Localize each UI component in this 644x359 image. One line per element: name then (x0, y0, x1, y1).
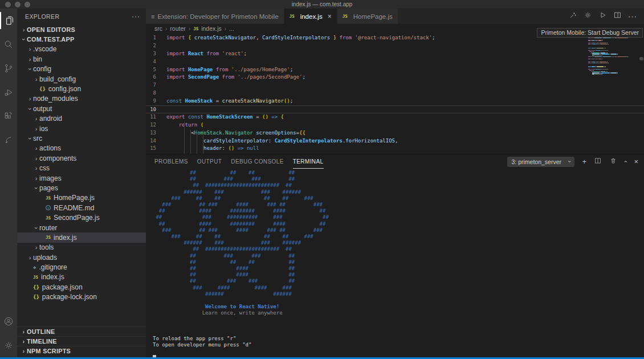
breadcrumb-item[interactable]: router (170, 25, 185, 32)
code-line[interactable]: 2 (146, 42, 644, 50)
tree-item-label: uploads (33, 254, 57, 262)
tree-item-node-modules[interactable]: ›node_modules (17, 94, 146, 104)
code-line[interactable]: 12 return ( (146, 121, 644, 129)
run-icon[interactable] (598, 11, 607, 22)
code-line[interactable]: 3import React from 'react'; (146, 50, 644, 58)
minimap-line (588, 39, 637, 39)
code-line[interactable]: 5import HomePage from '../pages/HomePage… (146, 66, 644, 74)
run-debug-icon[interactable] (0, 80, 17, 104)
line-content: return ( (162, 121, 203, 129)
close-tab-icon[interactable]: × (328, 13, 332, 21)
tree-item-src[interactable]: ›src (17, 133, 146, 143)
tree-item-bin[interactable]: ›bin (17, 54, 146, 64)
line-number: 5 (146, 66, 162, 74)
tree-item-images[interactable]: ›images (17, 173, 146, 183)
breadcrumb-item[interactable]: ... (229, 25, 234, 32)
close-panel-icon[interactable]: × (634, 157, 638, 166)
gear-icon[interactable] (584, 11, 592, 22)
tree-item-config-json[interactable]: {}config.json (17, 84, 146, 93)
tab-extension-developer-for-primeton-mobile[interactable]: ≡Extension: Developer for Primeton Mobil… (146, 9, 284, 24)
tree-item-package-lock-json[interactable]: {}package-lock.json (17, 292, 146, 302)
tree-item-ios[interactable]: ›ios (17, 124, 146, 133)
tree-item-android[interactable]: ›android (17, 114, 146, 124)
tree-item-index-js[interactable]: JSindex.js (17, 232, 146, 242)
line-number: 9 (146, 97, 162, 105)
tree-item-open-editors[interactable]: ›OPEN EDITORS (17, 25, 146, 34)
indent-guide (184, 122, 185, 154)
tree-item-secondpage-js[interactable]: JSSecondPage.js (17, 213, 146, 222)
breadcrumb-item[interactable]: index.js (201, 25, 222, 32)
panel-tab-output[interactable]: OUTPUT (197, 154, 222, 169)
section-outline[interactable]: ›OUTLINE (17, 327, 146, 336)
accounts-icon[interactable] (0, 309, 17, 333)
tree-item-components[interactable]: ›components (17, 153, 146, 163)
scrollbar-thumb[interactable] (639, 57, 643, 60)
tree-item-label: index.js (54, 234, 77, 242)
primeton-extension-icon[interactable] (0, 128, 17, 152)
minimap-line (588, 74, 637, 74)
code-line[interactable]: 6import SecondPage from '../pages/Second… (146, 74, 644, 81)
code-line[interactable]: 11export const HomeStackScreen = () => { (146, 113, 644, 121)
tree-item-output[interactable]: ›output (17, 104, 146, 113)
split-editor-icon[interactable] (613, 11, 622, 22)
code-line[interactable]: 9const HomeStack = createStackNavigator(… (146, 97, 644, 105)
js-file-icon: JS (33, 275, 38, 280)
chevron-right-icon: › (21, 328, 27, 335)
terminal-content[interactable]: ## ## ## ## ## ### ### ## ## ###########… (146, 169, 644, 357)
chevron-right-icon: › (33, 165, 39, 172)
code-line[interactable]: 8 (146, 89, 644, 97)
maximize-panel-icon[interactable]: › (622, 161, 629, 162)
tree-item-com-test-app[interactable]: ›COM.TEST.APP (17, 34, 146, 44)
tree-item-actions[interactable]: ›actions (17, 144, 146, 153)
panel-tab-debug-console[interactable]: DEBUG CONSOLE (231, 154, 283, 169)
tree-item-readme-md[interactable]: iREADME.md (17, 203, 146, 213)
section-npm-scripts[interactable]: ›NPM SCRIPTS (17, 346, 146, 356)
code-editor[interactable]: 1import { createStackNavigator, CardStyl… (146, 33, 644, 154)
panel-tab-problems[interactable]: PROBLEMS (154, 154, 188, 169)
tree-item-homepage-js[interactable]: JSHomePage.js (17, 193, 146, 203)
terminal-select[interactable]: 3: primeton_server › (507, 157, 574, 167)
panel-tab-terminal[interactable]: TERMINAL (293, 154, 324, 169)
tab-homepage-js[interactable]: JSHomePage.js (337, 9, 398, 24)
tree-item-label: tools (39, 243, 54, 251)
breadcrumb-item[interactable]: src (154, 25, 162, 32)
explorer-more-icon[interactable]: ··· (132, 13, 140, 21)
split-terminal-icon[interactable] (594, 157, 602, 167)
tree-item-index-js[interactable]: JSindex.js (17, 272, 146, 282)
new-terminal-icon[interactable]: + (582, 157, 586, 166)
tree-item-label: SecondPage.js (54, 214, 100, 222)
tree-item-config[interactable]: ›config (17, 64, 146, 74)
tree-item-tools[interactable]: ›tools (17, 243, 146, 252)
tree-item-uploads[interactable]: ›uploads (17, 252, 146, 262)
tab-index-js[interactable]: JSindex.js× (284, 9, 337, 24)
tree-item-build-config[interactable]: ›build_config (17, 74, 146, 84)
settings-gear-icon[interactable] (0, 333, 17, 357)
extensions-icon[interactable] (0, 104, 17, 128)
explorer-icon[interactable] (0, 9, 17, 32)
tree-item--gitignore[interactable]: ◆.gitignore (17, 262, 146, 272)
tree-item--vscode[interactable]: ›.vscode (17, 44, 146, 54)
tree-item-label: config (33, 65, 51, 73)
source-control-icon[interactable] (0, 56, 17, 80)
code-line[interactable]: 13 <HomeStack.Navigator screenOptions={{ (146, 129, 644, 137)
tree-item-label: pages (39, 184, 58, 192)
code-line[interactable]: 10 (146, 105, 644, 113)
minimap-line (588, 58, 637, 58)
code-line[interactable]: 4 (146, 58, 644, 66)
code-line[interactable]: 15 header: () => null (146, 145, 644, 153)
kill-terminal-icon[interactable] (609, 157, 617, 167)
code-line[interactable]: 14 cardStyleInterpolator: CardStyleInter… (146, 137, 644, 145)
more-actions-icon[interactable]: ··· (628, 12, 637, 21)
tree-item-router[interactable]: ›router (17, 223, 146, 232)
tree-item-package-json[interactable]: {}package.json (17, 282, 146, 292)
chevron-right-icon: › (33, 145, 39, 152)
section-timeline[interactable]: ›TIMELINE (17, 336, 146, 346)
tree-item-pages[interactable]: ›pages (17, 183, 146, 193)
code-line[interactable]: 7 (146, 81, 644, 89)
tree-item-css[interactable]: ›css (17, 163, 146, 173)
chevron-right-icon: › (33, 175, 39, 182)
js-file-icon: JS (290, 14, 295, 19)
minimap[interactable] (588, 38, 637, 75)
search-icon[interactable] (0, 32, 17, 56)
primeton-debug-icon[interactable] (569, 11, 577, 22)
